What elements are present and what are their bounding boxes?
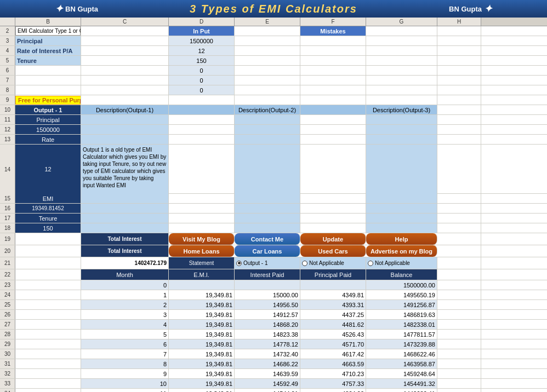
cell-f5 [300, 56, 366, 65]
row-num: 27 [0, 320, 15, 329]
cell-month: 3 [81, 310, 169, 319]
radio-dot-output1[interactable] [236, 261, 242, 266]
col-header-h: H [437, 18, 481, 26]
cell-f18 [300, 223, 366, 233]
col-header-month: Month [81, 269, 169, 280]
cell-e4 [235, 46, 300, 55]
radio-dot-na2[interactable] [368, 261, 373, 266]
cell-h-data [437, 369, 481, 378]
row-num-8: 8 [0, 85, 15, 95]
cell-h-data [437, 349, 481, 359]
cell-c10: Description(Output-1) [81, 105, 169, 114]
row-num-20: 20 [0, 245, 15, 257]
update-button[interactable]: Update [300, 233, 366, 245]
cell-interest [235, 280, 300, 290]
cell-emi: 19,349.81 [169, 300, 235, 309]
cell-interest: 14912.57 [235, 310, 300, 319]
cell-e9 [235, 95, 300, 105]
cell-g21-radio[interactable]: Not Applicable [366, 257, 437, 269]
cell-c4 [81, 46, 169, 55]
cell-h17 [437, 214, 481, 223]
cell-c21: 1402472.179 [81, 257, 169, 269]
cell-b11: Principal [15, 115, 81, 124]
cell-h16 [437, 204, 481, 213]
cell-h9 [437, 95, 481, 105]
row-num-12: 12 [0, 125, 15, 134]
cell-b-data [15, 389, 81, 392]
home-loans-button[interactable]: Home Loans [169, 245, 235, 257]
table-row: 30 7 19,349.81 14732.40 4617.42 1468622.… [0, 349, 547, 359]
cell-principal: 4804.90 [300, 389, 366, 392]
col-header-row [0, 18, 15, 26]
cell-interest: 14956.50 [235, 300, 300, 309]
cell-c7 [81, 76, 169, 85]
cell-g17 [366, 214, 437, 223]
cell-f21-radio[interactable]: Not Applicable [300, 257, 366, 269]
cell-b17: Tenure [15, 214, 81, 223]
row-10: 10 Output - 1 Description(Output-1) Desc… [0, 105, 547, 115]
cell-c20: Total Interest [81, 245, 169, 257]
cell-interest: 14639.59 [235, 369, 300, 378]
grid: 2 EMI Calculator Type 1 or Ordinary or O… [0, 26, 547, 280]
cell-e10: Description(Output-2) [235, 105, 300, 114]
cell-h-data [437, 290, 481, 299]
cell-e12 [235, 125, 300, 134]
cell-balance: 1473239.88 [366, 339, 437, 349]
help-button[interactable]: Help [366, 233, 437, 245]
cell-g6 [366, 66, 437, 75]
not-applicable-radio-1[interactable]: Not Applicable [302, 260, 344, 266]
row-num-18: 18 [0, 223, 15, 233]
col-header-b: B [15, 18, 81, 26]
radio-dot-na1[interactable] [302, 261, 307, 266]
emi-type-dropdown[interactable]: EMI Calculator Type 1 or Ordinary or Old… [15, 26, 81, 36]
advertise-blog-button[interactable]: Advertise on my Blog [366, 245, 437, 257]
cell-e15 [235, 194, 300, 203]
cell-f7 [300, 76, 366, 85]
row-num-11: 11 [0, 115, 15, 124]
row-21: 21 1402472.179 Statement Output - 1 Not … [0, 257, 547, 269]
cell-month: 2 [81, 300, 169, 309]
car-loans-button[interactable]: Car Loans [235, 245, 300, 257]
cell-emi: 19,349.81 [169, 379, 235, 388]
cell-e21-radio[interactable]: Output - 1 [235, 257, 300, 269]
cell-b-data [15, 330, 81, 339]
cell-e3 [235, 36, 300, 45]
row-num-15: 15 [0, 194, 15, 203]
row-19: 19 Total Interest Visit My Blog Contact … [0, 233, 547, 245]
cell-g16 [366, 204, 437, 213]
cell-balance: 1491256.87 [366, 300, 437, 309]
cell-d8: 0 [169, 85, 235, 95]
cell-d16 [169, 204, 235, 213]
cell-h-data [437, 359, 481, 368]
cell-h5 [437, 56, 481, 65]
cell-principal: 4481.62 [300, 320, 366, 329]
cell-month: 9 [81, 369, 169, 378]
cell-interest: 14868.20 [235, 320, 300, 329]
cell-b6 [15, 66, 81, 75]
row-num: 30 [0, 349, 15, 359]
cell-emi: 19,349.81 [169, 369, 235, 378]
cell-g4 [366, 46, 437, 55]
cell-h12 [437, 125, 481, 134]
cell-principal: 4571.70 [300, 339, 366, 349]
table-row: 27 4 19,349.81 14868.20 4481.62 1482338.… [0, 320, 547, 330]
cell-f12 [300, 125, 366, 134]
cell-emi: 19,349.81 [169, 389, 235, 392]
cell-d3: 1500000 [169, 36, 235, 45]
table-row: 34 11 19,349.81 14544.91 4804.90 1449686… [0, 389, 547, 392]
row-num-17: 17 [0, 214, 15, 223]
free-tag: Free for Personal Purpose [15, 96, 81, 105]
used-cars-button[interactable]: Used Cars [300, 245, 366, 257]
cell-b3: Principal [15, 36, 81, 45]
cell-h-data [437, 330, 481, 339]
contact-me-button[interactable]: Contact Me [235, 233, 300, 245]
visit-blog-button[interactable]: Visit My Blog [169, 233, 235, 245]
col-header-interest: Interest Paid [235, 269, 300, 280]
cell-balance: 1454491.32 [366, 379, 437, 388]
cell-d14 [169, 145, 235, 194]
cell-b4: Rate of Interest P/A [15, 46, 81, 55]
not-applicable-radio-2[interactable]: Not Applicable [368, 260, 410, 266]
output1-radio[interactable]: Output - 1 [236, 260, 267, 266]
cell-b20 [15, 245, 81, 257]
cell-month: 5 [81, 330, 169, 339]
